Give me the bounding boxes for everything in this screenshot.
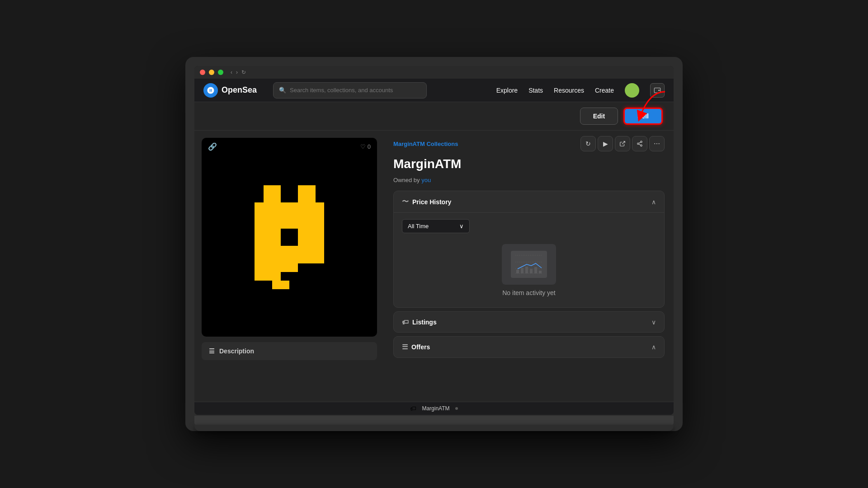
external-link-button[interactable] (615, 136, 630, 151)
nav-create[interactable]: Create (595, 87, 614, 94)
offers-title: Offers (411, 343, 430, 351)
svg-point-21 (641, 145, 642, 146)
play-button[interactable]: ▶ (598, 136, 613, 151)
svg-line-22 (639, 144, 641, 145)
svg-rect-15 (255, 263, 298, 272)
chart-placeholder (502, 244, 556, 285)
svg-rect-9 (255, 229, 281, 237)
search-input[interactable] (290, 87, 421, 94)
svg-rect-8 (255, 220, 324, 229)
svg-rect-7 (255, 211, 324, 220)
share-button[interactable] (632, 136, 647, 151)
taskbar-label[interactable]: MarginATM (422, 405, 449, 412)
description-label: Description (219, 347, 254, 355)
nft-image-header: 🔗 ♡ 0 (202, 138, 377, 155)
svg-rect-2 (264, 185, 281, 194)
taskbar-logo: 🏷 (410, 405, 416, 412)
title-bar: ‹ › ↻ (194, 66, 674, 79)
navbar: OpenSea 🔍 Explore Stats Resources Create (194, 79, 674, 102)
close-dot[interactable] (200, 70, 205, 75)
svg-line-23 (639, 142, 641, 143)
nav-links: Explore Stats Resources Create (496, 83, 665, 98)
price-history-title: Price History (412, 198, 451, 206)
svg-rect-6 (255, 202, 324, 211)
svg-rect-31 (525, 267, 528, 273)
offers-section: ☰ Offers ∧ (393, 336, 665, 358)
empty-chart-svg (511, 251, 547, 278)
no-activity-text: No item activity yet (502, 289, 555, 296)
logo-area[interactable]: OpenSea (203, 83, 257, 98)
svg-point-20 (637, 143, 639, 145)
nav-stats[interactable]: Stats (528, 87, 543, 94)
price-history-header[interactable]: 〜 Price History ∧ (394, 191, 664, 212)
laptop-base (194, 425, 674, 431)
time-range-dropdown[interactable]: All Time ∨ (402, 219, 470, 233)
item-header: MarginATM Collections ↻ ▶ (393, 136, 665, 151)
nft-pixel-art (244, 185, 335, 289)
price-history-section: 〜 Price History ∧ All Time ∨ (393, 191, 665, 308)
listings-header-left: 🏷 Listings (402, 318, 437, 326)
minimize-dot[interactable] (209, 70, 214, 75)
svg-rect-11 (255, 237, 281, 246)
collection-name[interactable]: MarginATM Collections (393, 141, 458, 147)
wallet-icon[interactable] (650, 83, 665, 98)
refresh-button[interactable]: ↻ (580, 136, 596, 151)
listings-header[interactable]: 🏷 Listings ∨ (394, 312, 664, 332)
trend-icon: 〜 (402, 197, 409, 206)
nav-explore[interactable]: Explore (496, 87, 518, 94)
maximize-dot[interactable] (218, 70, 223, 75)
owned-by-link[interactable]: you (421, 177, 431, 183)
listings-chevron-down: ∨ (651, 319, 656, 326)
owned-by-label: Owned by (393, 177, 420, 183)
svg-rect-34 (539, 271, 542, 273)
svg-rect-13 (255, 246, 324, 254)
offers-chevron-up: ∧ (651, 343, 656, 351)
svg-rect-24 (511, 251, 547, 278)
logo-text: OpenSea (222, 85, 257, 95)
heart-area[interactable]: ♡ 0 (360, 143, 371, 150)
offers-header[interactable]: ☰ Offers ∧ (394, 337, 664, 357)
offers-header-left: ☰ Offers (402, 343, 430, 351)
description-bar[interactable]: ☰ Description (202, 342, 377, 360)
svg-rect-29 (516, 270, 519, 273)
tag-icon: 🏷 (402, 318, 409, 326)
link-icon[interactable]: 🔗 (208, 142, 217, 151)
svg-rect-33 (534, 267, 537, 273)
nav-resources[interactable]: Resources (554, 87, 584, 94)
edit-button[interactable]: Edit (580, 108, 618, 125)
svg-rect-14 (255, 254, 324, 263)
heart-count: 0 (368, 143, 371, 150)
description-icon: ☰ (209, 347, 215, 355)
nft-image-container: 🔗 ♡ 0 (202, 138, 377, 337)
svg-rect-30 (521, 268, 524, 273)
heart-icon: ♡ (360, 143, 366, 150)
svg-rect-3 (298, 185, 315, 194)
forward-btn[interactable]: › (236, 69, 238, 75)
item-title: MarginATM (393, 157, 665, 171)
svg-rect-12 (298, 237, 324, 246)
no-activity-area: No item activity yet (402, 239, 656, 301)
svg-point-19 (641, 141, 642, 143)
more-options-button[interactable]: ⋯ (649, 136, 665, 151)
back-btn[interactable]: ‹ (231, 69, 232, 75)
svg-rect-5 (298, 194, 315, 202)
search-bar[interactable]: 🔍 (273, 82, 427, 99)
browser-controls: ‹ › ↻ (231, 69, 246, 75)
sell-button[interactable]: Sell (623, 108, 663, 125)
svg-line-18 (622, 141, 625, 144)
svg-rect-32 (530, 269, 533, 273)
price-history-chevron-up: ∧ (651, 198, 656, 206)
item-actions: ↻ ▶ (580, 136, 665, 151)
owned-by: Owned by you (393, 177, 665, 183)
taskbar: 🏷 MarginATM (194, 402, 674, 415)
dropdown-label: All Time (408, 223, 429, 230)
refresh-btn[interactable]: ↻ (241, 69, 246, 75)
taskbar-indicator (455, 407, 458, 410)
sell-wrapper: Sell (623, 108, 663, 125)
svg-rect-4 (264, 194, 281, 202)
user-avatar[interactable] (625, 83, 639, 98)
price-history-header-left: 〜 Price History (402, 197, 451, 206)
search-icon: 🔍 (279, 87, 286, 94)
listings-section: 🏷 Listings ∨ (393, 311, 665, 333)
chevron-down-icon: ∨ (459, 223, 464, 230)
